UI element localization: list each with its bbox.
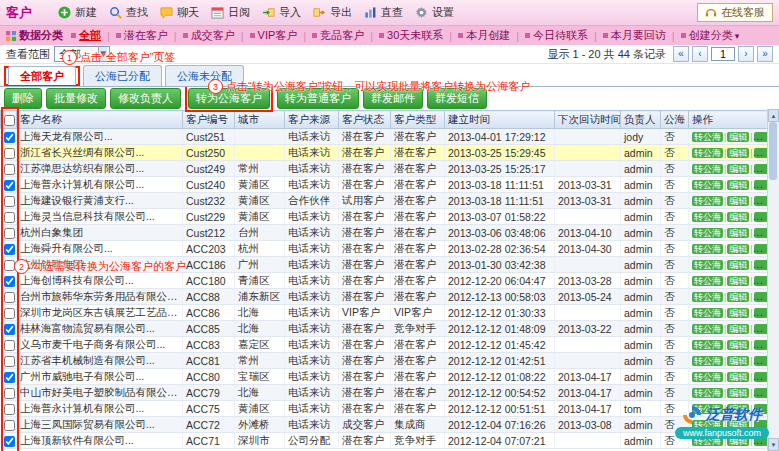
row-checkbox[interactable] [4,436,15,447]
op-to-public-link[interactable]: 转公海 [692,324,723,334]
op-edit-link[interactable]: 编辑 [727,196,749,206]
scroll-up-icon[interactable]: ▲ [768,109,779,122]
page-number-input[interactable] [711,47,735,61]
customer-name[interactable]: 浙江省长兴丝绸有限公司... [17,145,183,161]
op-edit-link[interactable]: 编辑 [727,292,749,302]
column-header[interactable]: 建立时间 [445,111,555,129]
category-link[interactable]: 全部▾ [71,28,116,43]
op-to-public-link[interactable]: 转公海 [692,388,723,398]
op-edit-link[interactable]: 编辑 [727,164,749,174]
change-owner-button[interactable]: 修改负责人 [110,88,181,109]
row-checkbox[interactable] [4,228,15,239]
online-service-button[interactable]: 在线客服 [697,3,773,22]
customer-name[interactable]: 上海灵当信息科技有限公司... [17,209,183,225]
op-edit-link[interactable]: 编辑 [727,228,749,238]
row-checkbox[interactable] [4,324,15,335]
scroll-down-icon[interactable]: ▼ [768,438,779,451]
op-to-public-link[interactable]: 转公海 [692,308,723,318]
customer-name[interactable]: 上海普永计算机有限公司... [17,401,183,417]
customer-name[interactable]: 杭州白象集团 [17,225,183,241]
customer-name[interactable]: 上海舜升有限公司... [17,241,183,257]
column-header[interactable]: 下次回访时间 [555,111,621,129]
to-normal-customer-button[interactable]: 转为普通客户 [277,88,359,109]
batch-edit-button[interactable]: 批量修改 [46,88,106,109]
op-to-public-link[interactable]: 转公海 [692,292,723,302]
column-header[interactable]: 客户状态 [339,111,391,129]
customer-name[interactable]: 台州市旅韩华东劳务用品有限公司... [17,289,183,305]
import-button[interactable]: 导入 [262,5,301,20]
export-button[interactable]: 导出 [313,5,352,20]
row-checkbox[interactable] [4,244,15,255]
category-link[interactable]: VIP客户▾ [250,28,313,43]
column-header[interactable]: 操作 [689,111,769,129]
report-button[interactable]: 直查 [364,5,403,20]
column-header[interactable]: 客户来源 [285,111,339,129]
row-checkbox[interactable] [4,388,15,399]
column-header[interactable]: 负责人 [621,111,661,129]
op-to-public-link[interactable]: 转公海 [692,132,723,142]
op-edit-link[interactable]: 编辑 [727,276,749,286]
to-public-sea-button[interactable]: 转为公海客户 [188,88,270,109]
row-checkbox[interactable] [4,196,15,207]
delete-button[interactable]: 删除 [4,88,42,109]
settings-button[interactable]: 设置 [415,5,454,20]
chat-button[interactable]: 聊天 [160,5,199,20]
op-edit-link[interactable]: 编辑 [727,212,749,222]
calendar-button[interactable]: 日阅 [211,5,250,20]
row-checkbox[interactable] [4,212,15,223]
customer-name[interactable]: 上海普永计算机有限公司... [17,177,183,193]
op-edit-link[interactable]: 编辑 [727,340,749,350]
customer-name[interactable]: 上海建设银行黄浦支行... [17,193,183,209]
column-header[interactable]: 客户编号 [183,111,235,129]
op-to-public-link[interactable]: 转公海 [692,164,723,174]
category-link[interactable]: 今日待联系▾ [525,28,603,43]
category-link[interactable]: 30天未联系▾ [379,28,458,43]
op-to-public-link[interactable]: 转公海 [692,244,723,254]
row-checkbox[interactable] [4,148,15,159]
op-edit-link[interactable]: 编辑 [727,388,749,398]
customer-name[interactable]: 深圳市龙岗区东吉镇展艺工艺品店... [17,305,183,321]
op-to-public-link[interactable]: 转公海 [692,228,723,238]
column-header[interactable]: 客户名称 [17,111,183,129]
op-edit-link[interactable]: 编辑 [727,244,749,254]
op-edit-link[interactable]: 编辑 [727,324,749,334]
mass-email-button[interactable]: 群发邮件 [363,88,423,109]
customer-name[interactable]: 江苏弹思达纺织有限公司... [17,161,183,177]
row-checkbox[interactable] [4,132,15,143]
op-to-public-link[interactable]: 转公海 [692,148,723,158]
category-link[interactable]: 竞品客户▾ [312,28,379,43]
customer-name[interactable]: 广州市威驰电子有限公司... [17,369,183,385]
op-to-public-link[interactable]: 转公海 [692,340,723,350]
mass-sms-button[interactable]: 群发短信 [427,88,487,109]
column-header[interactable]: 城市 [235,111,285,129]
op-edit-link[interactable]: 编辑 [727,180,749,190]
column-header[interactable]: 公海 [661,111,689,129]
first-page-button[interactable]: « [673,46,689,62]
column-header[interactable]: 客户类型 [391,111,445,129]
tab-public-unassigned[interactable]: 公海未分配 [165,65,244,86]
row-checkbox[interactable] [4,164,15,175]
customer-name[interactable]: 上海顶新软件有限公司... [17,433,183,449]
customer-name[interactable]: 义乌市麦千电子商务有限公司... [17,337,183,353]
next-page-button[interactable]: › [738,46,754,62]
row-checkbox[interactable] [4,356,15,367]
find-button[interactable]: 查找 [109,5,148,20]
category-link[interactable]: 创建分类▾ [681,28,740,43]
customer-name[interactable]: 杭州钱联集团 [17,257,183,273]
new-button[interactable]: 新建 [58,5,97,20]
category-link[interactable]: 成交客户▾ [183,28,250,43]
row-checkbox[interactable] [4,180,15,191]
last-page-button[interactable]: » [757,46,773,62]
op-edit-link[interactable]: 编辑 [727,308,749,318]
row-checkbox[interactable] [4,308,15,319]
op-edit-link[interactable]: 编辑 [727,260,749,270]
customer-name[interactable]: 中山市好美电子塑胶制品有限公司... [17,385,183,401]
op-edit-link[interactable]: 编辑 [727,148,749,158]
tab-all-customers[interactable]: 全部客户 [8,66,76,85]
customer-name[interactable]: 桂林海富物流贸易有限公司... [17,321,183,337]
row-checkbox[interactable] [4,276,15,287]
select-all-checkbox[interactable] [4,115,15,126]
category-link[interactable]: 本月要回访▾ [603,28,681,43]
op-to-public-link[interactable]: 转公海 [692,196,723,206]
customer-name[interactable]: 上海创博科技有限公司... [17,273,183,289]
